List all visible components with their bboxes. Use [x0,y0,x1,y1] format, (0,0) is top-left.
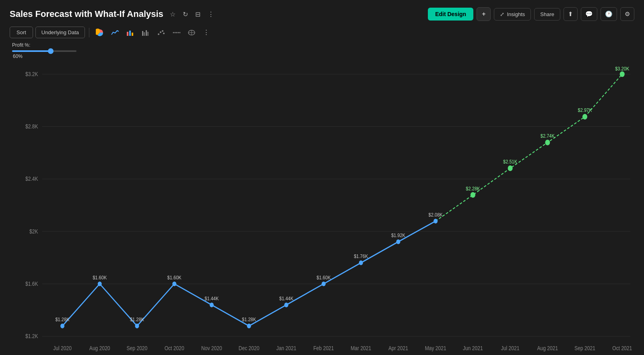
svg-rect-3 [142,31,143,36]
header-icons: ☆ ↻ ⊟ ⋮ [168,10,216,19]
history-icon[interactable]: 🕐 [601,7,617,21]
insights-icon: ⤢ [500,11,504,17]
y-label-1200: $1.2K [25,333,38,339]
data-point-9[interactable] [396,239,400,244]
slider-value: 60% [13,54,634,59]
svg-point-10 [163,33,165,34]
x-label-10: May 2021 [425,345,446,352]
insights-label: Insights [507,11,525,17]
x-label-6: Jan 2021 [276,345,296,352]
label-green-1: $2.51K [503,159,517,165]
line-chart-icon[interactable] [109,27,122,38]
x-label-8: Mar 2021 [351,345,371,352]
x-label-11: Jun 2021 [463,345,483,352]
svg-rect-2 [132,33,133,36]
svg-rect-0 [127,32,128,36]
svg-point-15 [180,32,181,33]
grouped-bar-icon[interactable] [139,27,152,38]
x-label-3: Oct 2020 [165,345,184,352]
data-point-2[interactable] [135,324,139,328]
slider-track[interactable] [12,50,76,52]
chart-svg: $3.2K $2.8K $2.4K $2K $1.6K $1.2K [10,65,634,355]
y-label-3200: $3.2K [25,71,38,77]
add-button[interactable]: + [477,7,491,21]
save-icon[interactable]: ⊟ [194,10,202,19]
svg-point-14 [178,32,179,33]
underlying-data-button[interactable]: Underlying Data [35,27,85,38]
y-label-2400: $2.4K [25,176,38,182]
data-point-green-0[interactable] [471,192,475,198]
label-9: $1.92K [391,232,405,238]
profit-slider-area: Profit %: 60% [10,42,634,59]
edit-design-button[interactable]: Edit Design [428,8,473,21]
label-7: $1.60K [316,275,330,281]
x-label-5: Dec 2020 [239,345,260,352]
data-point-green-2[interactable] [545,140,550,145]
label-4: $1.44K [204,295,219,301]
chart-area: $3.2K $2.8K $2.4K $2K $1.6K $1.2K [10,65,634,355]
data-point-6[interactable] [284,303,288,308]
svg-rect-5 [146,30,147,36]
data-point-green-3[interactable] [582,114,587,120]
slider-fill [12,50,51,52]
green-dashed-line [436,74,622,221]
slider-thumb[interactable] [48,48,54,54]
label-3: $1.60K [167,275,182,281]
label-8: $1.76K [354,254,368,260]
svg-point-12 [175,32,176,33]
favorite-icon[interactable]: ☆ [168,10,177,19]
header-left: Sales Forecast with What-If Analysis ☆ ↻… [10,9,216,19]
map-icon[interactable] [185,27,198,38]
dots-icon[interactable] [170,27,183,38]
data-point-5[interactable] [247,324,251,328]
svg-point-13 [176,32,178,33]
bar-chart-icon[interactable] [124,27,137,38]
svg-point-7 [158,33,159,35]
data-point-3[interactable] [172,281,176,286]
label-6: $1.44K [279,295,293,301]
more-options-icon[interactable]: ⋮ [206,10,216,19]
data-point-4[interactable] [210,303,214,308]
svg-point-11 [173,32,174,33]
svg-point-9 [162,30,163,32]
label-green-2: $2.74K [541,133,555,139]
data-point-10[interactable] [433,219,438,224]
x-label-12: Jul 2021 [501,345,520,352]
insights-button[interactable]: ⤢ Insights [494,8,531,21]
data-point-green-1[interactable] [508,165,513,171]
x-label-9: Apr 2021 [388,345,408,352]
sort-button[interactable]: Sort [10,27,33,38]
pie-chart-icon[interactable] [93,27,106,38]
page-title: Sales Forecast with What-If Analysis [10,9,163,19]
more-chart-options-icon[interactable]: ⋮ [200,27,212,38]
svg-point-8 [160,31,161,33]
x-label-2: Sep 2020 [127,345,148,352]
share-button[interactable]: Share [534,8,560,21]
comment-icon[interactable]: 💬 [581,7,597,21]
y-label-2000: $2K [29,228,38,235]
data-point-8[interactable] [359,260,363,265]
chart-toolbar: Sort Underlying Data [10,27,634,38]
svg-rect-4 [144,32,145,36]
data-point-1[interactable] [98,281,102,286]
label-green-3: $2.97K [578,107,592,114]
x-label-14: Sep 2021 [574,345,595,352]
refresh-icon[interactable]: ↻ [181,10,190,19]
y-label-2800: $2.8K [25,123,38,130]
export-icon[interactable]: ⬆ [564,7,578,21]
blue-line [62,221,436,326]
data-point-green-4[interactable] [620,71,625,77]
header: Sales Forecast with What-If Analysis ☆ ↻… [10,7,634,21]
label-1: $1.60K [93,275,107,281]
label-10: $2.08K [429,212,443,218]
scatter-icon[interactable] [155,27,167,38]
main-container: Sales Forecast with What-If Analysis ☆ ↻… [0,0,644,355]
label-5: $1.28K [242,317,256,323]
header-right: Edit Design + ⤢ Insights Share ⬆ 💬 🕐 ⚙ [428,7,634,21]
settings-icon[interactable]: ⚙ [620,7,634,21]
x-label-7: Feb 2021 [313,345,334,352]
data-point-7[interactable] [322,281,326,286]
label-0: $1.28K [55,317,69,323]
data-point-0[interactable] [60,324,64,328]
label-green-4: $3.20K [615,66,629,72]
